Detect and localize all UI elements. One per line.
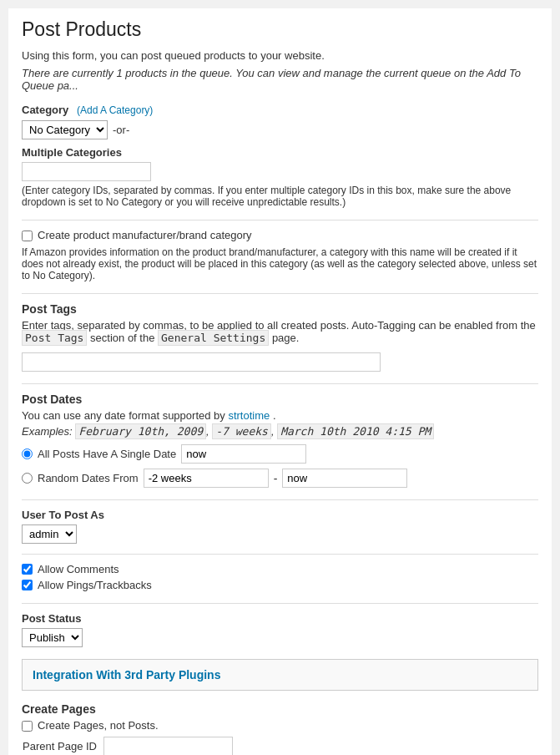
allow-pings-label[interactable]: Allow Pings/Trackbacks [38, 579, 152, 591]
example1: February 10th, 2009 [75, 423, 206, 439]
post-dates-title: Post Dates [22, 393, 538, 406]
page-description: Using this form, you can post queued pro… [22, 49, 538, 62]
category-label: Category [22, 104, 68, 116]
or-text: -or- [113, 124, 129, 136]
category-hint: (Enter category IDs, separated by commas… [22, 185, 538, 208]
divider-1 [22, 220, 538, 220]
post-tags-code1: Post Tags [22, 330, 87, 346]
post-tags-input[interactable] [22, 352, 381, 372]
comments-section: Allow Comments Allow Pings/Trackbacks [22, 563, 538, 591]
general-settings-code: General Settings [158, 330, 269, 346]
manufacturer-checkbox-label[interactable]: Create product manufacturer/brand catego… [38, 229, 252, 241]
random-dates-label[interactable]: Random Dates From [38, 472, 139, 484]
divider-5 [22, 554, 538, 555]
post-dates-description: You can use any date format supported by… [22, 409, 538, 422]
example2: -7 weeks [212, 423, 271, 439]
dates-desc-part1: You can use any date format supported by [22, 409, 225, 422]
allow-pings-row: Allow Pings/Trackbacks [22, 579, 538, 591]
divider-2 [22, 293, 538, 294]
post-status-select[interactable]: Publish Draft Private [22, 628, 83, 647]
post-tags-title: Post Tags [22, 302, 538, 316]
strtotime-link[interactable]: strtotime [228, 409, 270, 422]
create-pages-label[interactable]: Create Pages, not Posts. [38, 719, 159, 732]
post-status-section: Post Status Publish Draft Private [22, 612, 538, 647]
single-date-input[interactable] [181, 444, 306, 464]
user-label: User To Post As [22, 509, 104, 521]
page-wrapper: Post Products Using this form, you can p… [8, 8, 552, 755]
date-range-dash: - [274, 472, 278, 485]
single-date-row: All Posts Have A Single Date [22, 444, 538, 464]
status-select-row: Publish Draft Private [22, 628, 538, 647]
allow-pings-checkbox[interactable] [22, 580, 33, 590]
dates-examples: Examples: February 10th, 2009, -7 weeks,… [22, 425, 538, 438]
random-from-input[interactable] [144, 469, 269, 488]
post-dates-section: Post Dates You can use any date format s… [22, 393, 538, 488]
divider-6 [22, 603, 538, 604]
random-to-input[interactable] [282, 469, 407, 488]
example3: March 10th 2010 4:15 PM [277, 423, 434, 439]
random-dates-row: Random Dates From - [22, 469, 538, 488]
category-row: No Category -or- [22, 120, 538, 139]
user-select[interactable]: admin [22, 524, 77, 544]
manufacturer-description: If Amazon provides information on the pr… [22, 246, 538, 281]
post-tags-description: Enter tags, separated by commas, to be a… [22, 319, 538, 344]
integration-link[interactable]: Integration With 3rd Party Plugins [33, 668, 220, 682]
single-date-label[interactable]: All Posts Have A Single Date [38, 448, 176, 460]
tags-desc-part2: section of the [90, 332, 154, 344]
multiple-categories-input[interactable] [22, 162, 151, 181]
single-date-radio[interactable] [22, 448, 33, 459]
post-tags-section: Post Tags Enter tags, separated by comma… [22, 302, 538, 372]
allow-comments-label[interactable]: Allow Comments [38, 563, 119, 575]
user-section: User To Post As admin [22, 509, 538, 544]
parent-page-input[interactable] [103, 737, 233, 755]
manufacturer-checkbox-row: Create product manufacturer/brand catego… [22, 229, 538, 241]
tags-desc-part3: page. [272, 332, 300, 344]
divider-4 [22, 499, 538, 500]
create-pages-checkbox[interactable] [22, 721, 33, 732]
user-select-row: admin [22, 524, 538, 544]
create-pages-checkbox-row: Create Pages, not Posts. [22, 719, 538, 732]
parent-page-label: Parent Page ID [22, 740, 97, 752]
integration-section: Integration With 3rd Party Plugins [22, 659, 538, 691]
category-select[interactable]: No Category [22, 120, 108, 139]
allow-comments-checkbox[interactable] [22, 564, 33, 575]
multiple-categories-block: Multiple Categories (Enter category IDs,… [22, 146, 538, 208]
allow-comments-row: Allow Comments [22, 563, 538, 575]
manufacturer-checkbox[interactable] [22, 231, 33, 241]
divider-3 [22, 383, 538, 384]
tags-desc-part1: Enter tags, separated by commas, to be a… [22, 319, 536, 332]
queue-notice: There are currently 1 products in the qu… [22, 67, 538, 92]
page-title: Post Products [22, 18, 538, 41]
random-dates-radio[interactable] [22, 473, 33, 484]
post-status-label: Post Status [22, 612, 82, 625]
create-pages-title: Create Pages [22, 702, 538, 716]
multiple-categories-label: Multiple Categories [22, 146, 122, 159]
category-section: Category (Add A Category) No Category -o… [22, 104, 538, 208]
create-pages-section: Create Pages Create Pages, not Posts. Pa… [22, 702, 538, 755]
manufacturer-section: Create product manufacturer/brand catego… [22, 229, 538, 281]
examples-label: Examples: [22, 425, 73, 438]
parent-page-row: Parent Page ID [22, 737, 538, 755]
dates-desc-part2: . [273, 409, 276, 422]
add-category-link[interactable]: (Add A Category) [77, 104, 153, 116]
